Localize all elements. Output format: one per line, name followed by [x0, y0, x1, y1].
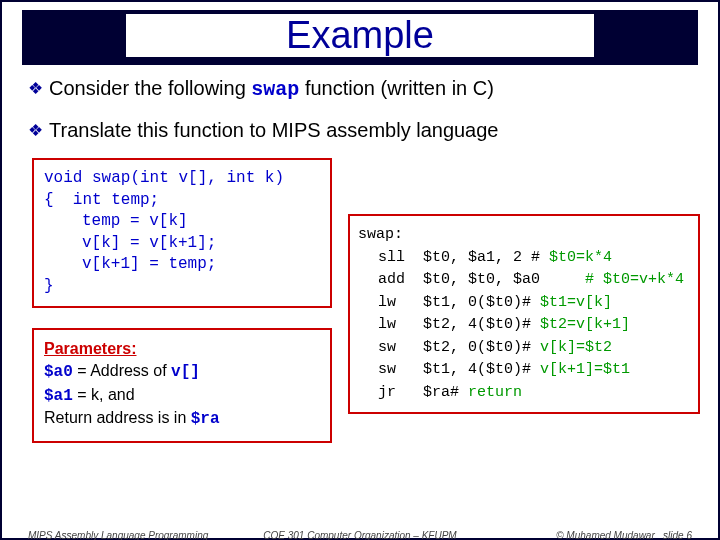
- diamond-icon: ❖: [28, 120, 43, 143]
- title-band: Example: [22, 10, 698, 65]
- c-line-2: { int temp;: [44, 190, 320, 212]
- param-line-a0: $a0 = Address of v[]: [44, 360, 320, 383]
- bullet-1-code: swap: [251, 78, 299, 101]
- parameters-heading: Parameters:: [44, 338, 320, 360]
- bullet-2: ❖Translate this function to MIPS assembl…: [28, 117, 692, 144]
- mips-line-2: add $t0, $t0, $a0 # $t0=v+k*4: [358, 269, 690, 292]
- mips-line-3: lw $t1, 0($t0)# $t1=v[k]: [358, 292, 690, 315]
- bullet-1-pre: Consider the following: [49, 77, 251, 99]
- c-line-3: temp = v[k]: [44, 211, 320, 233]
- c-line-6: }: [44, 276, 320, 298]
- parameters-box: Parameters: $a0 = Address of v[] $a1 = k…: [32, 328, 332, 443]
- slide-container: Example ❖Consider the following swap fun…: [0, 0, 720, 540]
- param-line-ra: Return address is in $ra: [44, 407, 320, 430]
- bullet-1: ❖Consider the following swap function (w…: [28, 75, 692, 103]
- c-line-1: void swap(int v[], int k): [44, 168, 320, 190]
- content-area: void swap(int v[], int k) { int temp; te…: [32, 158, 718, 448]
- c-line-5: v[k+1] = temp;: [44, 254, 320, 276]
- footer-right: © Muhamed Mudawar slide 6: [556, 530, 692, 540]
- c-code-box: void swap(int v[], int k) { int temp; te…: [32, 158, 332, 308]
- bullet-2-text: Translate this function to MIPS assembly…: [49, 119, 499, 141]
- mips-label: swap:: [358, 224, 690, 247]
- bullet-list: ❖Consider the following swap function (w…: [28, 75, 692, 144]
- mips-line-1: sll $t0, $a1, 2 # $t0=k*4: [358, 247, 690, 270]
- mips-line-5: sw $t2, 0($t0)# v[k]=$t2: [358, 337, 690, 360]
- mips-line-6: sw $t1, 4($t0)# v[k+1]=$t1: [358, 359, 690, 382]
- mips-line-4: lw $t2, 4($t0)# $t2=v[k+1]: [358, 314, 690, 337]
- slide-title: Example: [126, 14, 594, 57]
- bullet-1-post: function (written in C): [299, 77, 494, 99]
- c-line-4: v[k] = v[k+1];: [44, 233, 320, 255]
- mips-code-box: swap: sll $t0, $a1, 2 # $t0=k*4 add $t0,…: [348, 214, 700, 414]
- mips-line-7: jr $ra# return: [358, 382, 690, 405]
- param-line-a1: $a1 = k, and: [44, 384, 320, 407]
- diamond-icon: ❖: [28, 78, 43, 101]
